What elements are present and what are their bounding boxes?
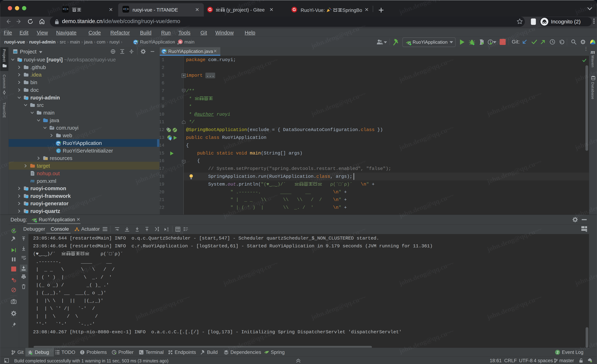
svg-text:C: C	[57, 149, 60, 153]
svg-text:m: m	[30, 178, 34, 183]
svg-text:m: m	[179, 40, 181, 44]
